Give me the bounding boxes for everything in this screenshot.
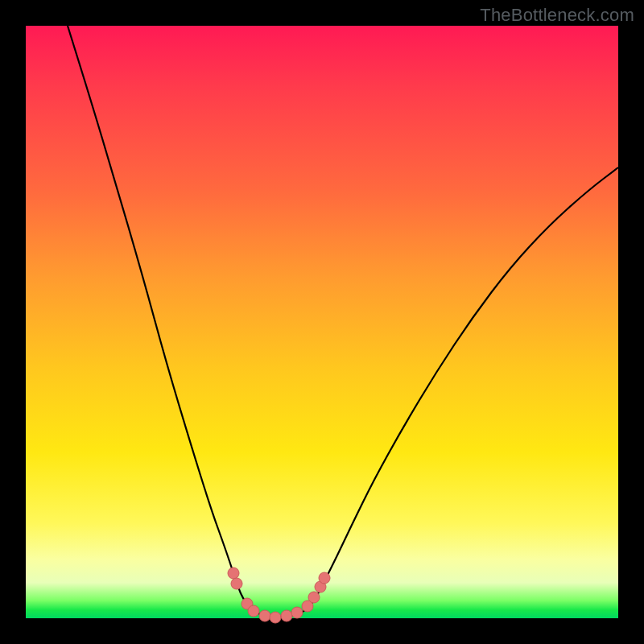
curve-svg: [26, 26, 618, 618]
valley-marker: [319, 572, 330, 584]
plot-area: [26, 26, 618, 618]
valley-marker: [281, 610, 292, 621]
valley-markers: [228, 568, 330, 623]
valley-marker: [291, 607, 303, 618]
chart-frame: TheBottleneck.com: [0, 0, 644, 644]
valley-marker: [248, 605, 259, 617]
valley-marker: [228, 568, 239, 579]
valley-marker: [259, 610, 270, 621]
valley-marker: [270, 612, 281, 623]
bottleneck-curve-right: [274, 167, 618, 617]
watermark-text: TheBottleneck.com: [480, 5, 634, 26]
bottleneck-curve-left: [68, 26, 274, 617]
valley-marker: [231, 578, 242, 589]
valley-marker: [308, 592, 320, 603]
